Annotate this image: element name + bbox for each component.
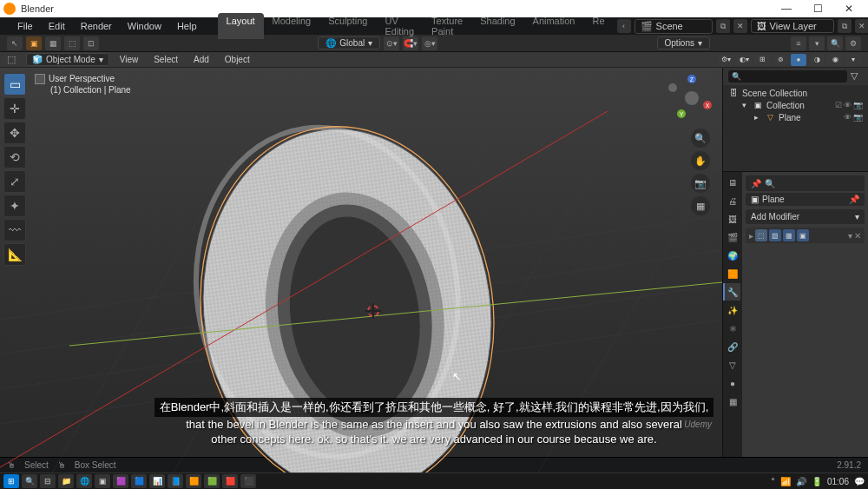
- proptab-render[interactable]: 🖥: [723, 174, 740, 191]
- network-icon[interactable]: 📶: [780, 477, 791, 486]
- object-menu[interactable]: Object: [220, 54, 255, 65]
- chrome-icon[interactable]: 🌐: [76, 474, 92, 488]
- tree-collection[interactable]: ▾ ▣ Collection ☑👁📷: [727, 99, 865, 111]
- chevron-right-icon[interactable]: ▸: [751, 112, 761, 122]
- blender-taskbar-icon[interactable]: 🟧: [186, 474, 201, 488]
- app-icon[interactable]: ▣: [95, 474, 110, 488]
- proptab-object[interactable]: 🟧: [723, 265, 740, 282]
- viewlayer-input[interactable]: 🖼View Layer: [751, 19, 834, 33]
- chevron-right-icon[interactable]: ▸: [749, 231, 753, 241]
- rendered-shading-icon[interactable]: ◉: [827, 54, 843, 66]
- menu-edit[interactable]: Edit: [42, 19, 72, 33]
- snap-icon[interactable]: ⬚: [64, 36, 80, 50]
- outliner-search[interactable]: 🔍: [728, 70, 847, 83]
- select-tool[interactable]: ▭: [3, 73, 26, 96]
- object-name-field[interactable]: ▣ Plane 📌: [746, 193, 865, 206]
- tab-modeling[interactable]: Modeling: [264, 13, 320, 39]
- pin-icon[interactable]: 📌: [751, 179, 761, 188]
- scene-delete-icon[interactable]: ✕: [733, 19, 747, 33]
- tab-texture[interactable]: Texture Paint: [423, 13, 471, 39]
- viewlayer-delete-icon[interactable]: ✕: [855, 19, 868, 33]
- eye-icon[interactable]: 👁: [844, 113, 852, 122]
- outliner-filter-icon[interactable]: ▽: [851, 70, 863, 83]
- annotate-tool[interactable]: 〰: [3, 219, 26, 241]
- tab-shading[interactable]: Shading: [471, 13, 523, 39]
- volume-icon[interactable]: 🔊: [796, 477, 806, 486]
- solid-shading-icon[interactable]: ●: [791, 54, 806, 66]
- cursor-icon[interactable]: ↖: [7, 36, 23, 50]
- app-icon[interactable]: 🟦: [131, 474, 147, 488]
- explorer-icon[interactable]: 📁: [58, 474, 74, 488]
- tab-animation[interactable]: Animation: [524, 13, 584, 39]
- overlay-icon[interactable]: ◐▾: [736, 54, 752, 66]
- maximize-button[interactable]: ☐: [802, 0, 833, 17]
- battery-icon[interactable]: 🔋: [812, 477, 822, 486]
- dropdown-icon[interactable]: ▾: [848, 231, 852, 241]
- menu-file[interactable]: File: [10, 19, 40, 33]
- measure-tool[interactable]: 📐: [3, 243, 26, 266]
- app-icon[interactable]: 🟩: [204, 474, 220, 488]
- search-taskbar-icon[interactable]: 🔍: [22, 474, 37, 488]
- tab-layout[interactable]: Layout: [218, 13, 264, 39]
- proptab-world[interactable]: 🌍: [723, 247, 740, 264]
- app-icon[interactable]: ⬛: [240, 474, 256, 488]
- chevron-down-icon[interactable]: ▾: [739, 100, 749, 110]
- scene-new-icon[interactable]: ⧉: [716, 19, 730, 33]
- axis-neg-icon[interactable]: [668, 83, 677, 92]
- tree-scene-collection[interactable]: 🗄 Scene Collection: [727, 87, 865, 99]
- rotate-tool[interactable]: ⟲: [3, 146, 26, 169]
- modifier-stack[interactable]: ▸ ⬚ ▧ ▦ ▣ ▾ ✕: [746, 228, 865, 243]
- pan-icon[interactable]: ✋: [691, 151, 710, 170]
- snap-toggle-icon[interactable]: 🧲▾: [403, 36, 418, 50]
- proptab-mesh[interactable]: ▽: [723, 356, 740, 373]
- pivot-icon[interactable]: ⊙▾: [384, 36, 399, 50]
- orientation-dropdown[interactable]: 🌐Global▾: [318, 36, 380, 50]
- search-icon[interactable]: 🔍: [765, 179, 775, 188]
- viewlayer-new-icon[interactable]: ⧉: [838, 19, 852, 33]
- grid-icon[interactable]: ▦: [45, 36, 61, 50]
- proptab-material[interactable]: ●: [723, 374, 740, 392]
- menu-help[interactable]: Help: [170, 19, 204, 33]
- move-tool[interactable]: ✥: [3, 122, 26, 144]
- close-button[interactable]: ✕: [833, 0, 865, 17]
- add-menu[interactable]: Add: [188, 54, 214, 65]
- select-box-icon[interactable]: ▣: [26, 36, 42, 50]
- gizmo-icon[interactable]: ⚙▾: [718, 54, 733, 66]
- nav-gizmo[interactable]: X Y Z: [670, 76, 713, 120]
- misc-icon[interactable]: ⊡: [83, 36, 99, 50]
- proptab-scene[interactable]: 🎬: [723, 228, 740, 246]
- axis-z-icon[interactable]: Z: [687, 75, 696, 83]
- menu-render[interactable]: Render: [74, 19, 119, 33]
- scene-input[interactable]: 🎬Scene: [635, 19, 713, 34]
- cursor-tool[interactable]: ✛: [3, 97, 26, 120]
- proptab-constraint[interactable]: 🔗: [723, 338, 740, 355]
- editor-type-icon[interactable]: ⬚: [7, 54, 21, 66]
- restrict-icon[interactable]: ☑: [835, 101, 842, 109]
- start-button[interactable]: ⊞: [3, 474, 19, 488]
- proptab-modifier[interactable]: 🔧: [723, 283, 740, 301]
- menu-window[interactable]: Window: [121, 19, 168, 33]
- persp-icon[interactable]: ▦: [691, 196, 710, 215]
- shading-dropdown-icon[interactable]: ▾: [845, 54, 861, 66]
- outliner-editor-icon[interactable]: ≡: [791, 36, 806, 50]
- display-mode-icon[interactable]: ▾: [809, 36, 825, 50]
- xray-icon[interactable]: ⊞: [754, 54, 770, 66]
- clock[interactable]: 01:06: [827, 477, 849, 486]
- proptab-output[interactable]: 🖨: [723, 192, 740, 209]
- axis-x-icon[interactable]: X: [703, 101, 712, 109]
- proptab-viewlayer[interactable]: 🖼: [723, 210, 740, 228]
- minimize-button[interactable]: —: [771, 0, 802, 17]
- tab-uv[interactable]: UV Editing: [376, 13, 423, 39]
- matprev-shading-icon[interactable]: ◑: [809, 54, 825, 66]
- pin-icon[interactable]: 📌: [849, 195, 859, 204]
- proptab-physics[interactable]: ⚛: [723, 320, 740, 337]
- tab-sculpting[interactable]: Sculpting: [319, 13, 376, 39]
- camera-icon[interactable]: 📷: [691, 174, 710, 193]
- add-modifier-dropdown[interactable]: Add Modifier▾: [746, 209, 865, 224]
- app-icon[interactable]: 🟥: [222, 474, 238, 488]
- view-menu[interactable]: View: [115, 54, 144, 65]
- taskview-icon[interactable]: ⊟: [40, 474, 56, 488]
- render-icon[interactable]: 📷: [853, 113, 863, 122]
- filter-icon[interactable]: 🔍: [827, 36, 843, 50]
- close-icon[interactable]: ✕: [854, 231, 861, 241]
